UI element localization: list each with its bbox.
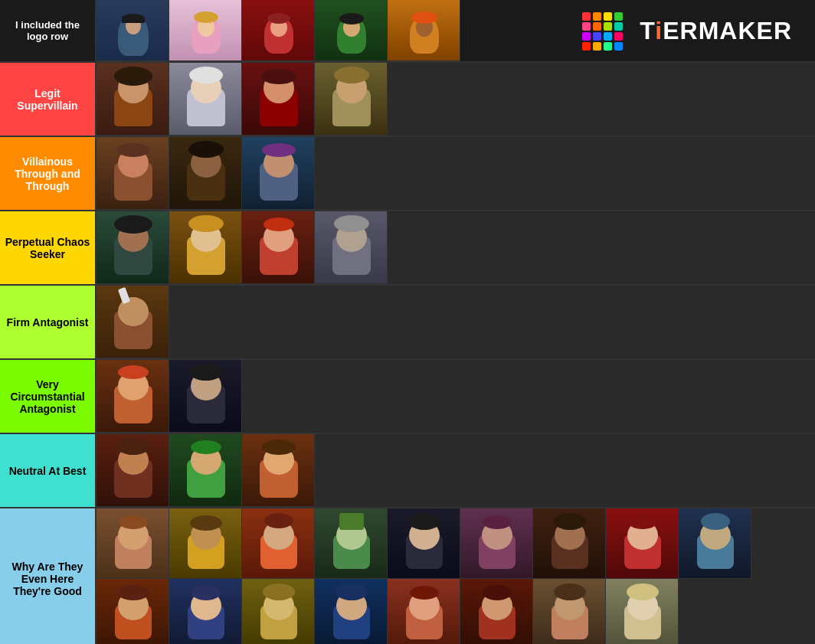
char-cell — [242, 137, 315, 210]
tiermaker-logo-text: TiERMAKER — [640, 17, 792, 45]
char-cell — [679, 508, 751, 579]
char-cell — [242, 434, 315, 507]
char-cell — [388, 0, 460, 61]
tier-row-why-here: Why Are They Even Here They're Good — [0, 508, 815, 644]
tier-row-neutral: Neutral At Best — [0, 434, 815, 508]
tier-row-villainous: Villainous Through and Through — [0, 137, 815, 211]
tier-label-firm: Firm Antagonist — [0, 286, 97, 358]
char-cell — [606, 579, 679, 644]
char-cell — [97, 211, 169, 284]
tier-label-villainous: Villainous Through and Through — [0, 137, 97, 210]
header-label: I included the logo row — [0, 0, 97, 61]
char-cell — [169, 508, 242, 579]
char-cell — [242, 63, 315, 136]
tiermaker-logo-area: TiERMAKER — [460, 0, 815, 61]
char-cell — [460, 579, 533, 644]
char-cell — [97, 434, 169, 507]
char-cell — [169, 63, 242, 136]
char-cell — [242, 579, 315, 644]
char-cell — [97, 508, 169, 579]
char-cell — [533, 579, 606, 644]
char-cell — [97, 579, 169, 644]
char-cell — [97, 360, 169, 433]
char-cell — [242, 0, 315, 61]
char-cell — [242, 211, 315, 284]
char-cell — [169, 137, 242, 210]
char-cell — [242, 508, 315, 579]
char-cell — [388, 508, 460, 579]
char-cell — [315, 508, 388, 579]
tier-label-circumstantial: Very Circumstantial Antagonist — [0, 360, 97, 433]
char-cell — [315, 211, 388, 284]
tier-label-neutral: Neutral At Best — [0, 434, 97, 507]
char-cell — [315, 63, 388, 136]
tier-label-legit-supervillain: Legit Supervillain — [0, 63, 97, 136]
char-cell — [533, 508, 606, 579]
char-cell — [315, 0, 388, 61]
char-cell — [97, 286, 169, 358]
char-cell — [169, 0, 242, 61]
char-cell — [315, 579, 388, 644]
char-cell — [460, 508, 533, 579]
tier-label-why-here: Why Are They Even Here They're Good — [0, 508, 97, 644]
char-cell — [169, 579, 242, 644]
char-cell — [388, 579, 460, 644]
char-cell — [169, 434, 242, 507]
char-cell — [97, 0, 169, 61]
char-cell — [97, 63, 169, 136]
logo-grid — [582, 12, 623, 50]
tier-row-chaos: Perpetual Chaos Seeker — [0, 211, 815, 286]
tier-row-circumstantial: Very Circumstantial Antagonist — [0, 360, 815, 434]
tier-row-legit-supervillain: Legit Supervillain — [0, 63, 815, 137]
header-row: I included the logo row — [0, 0, 815, 63]
char-cell — [169, 360, 242, 433]
char-cell — [169, 211, 242, 284]
char-cell — [606, 508, 679, 579]
tier-label-chaos: Perpetual Chaos Seeker — [0, 211, 97, 284]
tier-row-firm: Firm Antagonist — [0, 286, 815, 360]
char-cell — [97, 137, 169, 210]
